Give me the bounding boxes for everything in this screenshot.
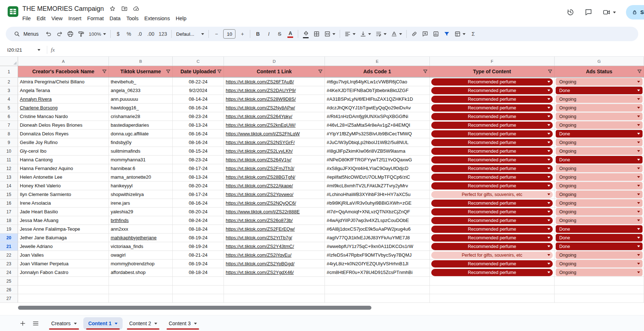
filter-icon[interactable]	[637, 69, 642, 74]
empty-cell[interactable]	[555, 286, 644, 294]
all-sheets-button[interactable]	[30, 317, 42, 330]
header-cell[interactable]: Type of Content	[430, 66, 555, 78]
header-cell[interactable]: Content 1 Link	[224, 66, 325, 78]
cell-ads-code[interactable]: #4KeXJDTEIFNBaObTjtbebnkBktJZGF	[325, 86, 430, 95]
sheet-tab-content-3[interactable]: Content 3	[164, 317, 202, 330]
cell-creator-name[interactable]: Charlene Borsong	[18, 104, 109, 112]
menu-data[interactable]: Data	[107, 15, 124, 22]
cell-tiktok-username[interactable]: mommyjhotrendzhop	[109, 260, 173, 268]
row-number[interactable]: 26	[0, 286, 18, 294]
cell-creator-name[interactable]: Jewelle Adriano	[18, 242, 109, 251]
insert-chart-button[interactable]	[431, 29, 441, 39]
content-link[interactable]: https://vt.tiktok.com/ZS2YtTb7g/	[226, 235, 292, 240]
zoom-select[interactable]: 100%	[87, 29, 108, 39]
content-link[interactable]: https://vt.tiktok.com/ZS2knEqUW/	[226, 122, 296, 128]
ads-status-dropdown[interactable]: Done	[556, 225, 643, 233]
filter-icon[interactable]	[102, 69, 107, 74]
row-number[interactable]: 20	[0, 234, 18, 242]
insert-link-button[interactable]	[409, 29, 419, 39]
cell-tiktok-username[interactable]: bastediaperdiaries	[109, 121, 173, 130]
type-of-content-dropdown[interactable]: Recommended perfume	[431, 234, 553, 241]
italic-button[interactable]: I	[264, 29, 274, 39]
cell-creator-name[interactable]: Cristine Mancao Nardo	[18, 112, 109, 121]
row-number[interactable]: 19	[0, 225, 18, 234]
content-link[interactable]: https://vt.tiktok.com/ZS26FTAuB/	[226, 79, 294, 84]
type-of-content-dropdown[interactable]: Recommended perfume	[431, 269, 553, 276]
type-of-content-dropdown[interactable]: Recommended perfume	[431, 217, 553, 224]
cell-ads-code[interactable]: #agIV77QJt1kfxEJJ6J83YFkAuYME7J8	[325, 234, 430, 242]
menus-button[interactable]: Menus	[9, 29, 43, 39]
cell-content-link[interactable]: https://vt.tiktok.com/ZS28BGTgN/	[224, 173, 325, 182]
type-of-content-dropdown[interactable]: Recommended perfume	[431, 130, 553, 138]
cell-content-link[interactable]: https://vt.tiktok.com/ZS2FmJTh3/	[224, 164, 325, 173]
content-link[interactable]: https://vt.tiktok.com/ZS2FErEQw/	[226, 226, 295, 232]
type-of-content-dropdown[interactable]: Recommended perfume	[431, 174, 553, 181]
content-link[interactable]: https://vt.tiktok.com/ZS28W9D8S/	[226, 96, 296, 102]
row-number[interactable]: 7	[0, 121, 18, 130]
font-family-select[interactable]: Defaul...	[174, 29, 206, 39]
type-of-content-dropdown[interactable]: Recommended perfume	[431, 139, 553, 146]
empty-cell[interactable]	[109, 277, 173, 286]
bold-button[interactable]: B	[253, 29, 263, 39]
row-number[interactable]: 4	[0, 95, 18, 104]
empty-cell[interactable]	[109, 286, 173, 294]
cell-ads-code[interactable]: #YlpY1fBZyMPs32SBIvUb9BiCecTMWQ	[325, 130, 430, 138]
content-link[interactable]: https://www.tiktok.com/t/ZS2FhLqW	[226, 131, 300, 136]
cell-date-uploaded[interactable]: 08-20-24	[173, 208, 224, 216]
row-number[interactable]: 25	[0, 277, 18, 286]
font-size-input[interactable]: 10	[223, 29, 235, 39]
cell-content-link[interactable]: https://vt.tiktok.com/ZS2NSYGrF/	[224, 138, 325, 147]
cell-tiktok-username[interactable]: irene.jars	[109, 199, 173, 208]
content-link[interactable]: https://vt.tiktok.com/ZS2YpBGgd/	[226, 261, 295, 266]
cell-tiktok-username[interactable]: angela_06233	[109, 86, 173, 95]
row-number[interactable]: 24	[0, 268, 18, 277]
row-number[interactable]: 6	[0, 112, 18, 121]
content-link[interactable]: https://vt.tiktok.com/ZS22Akape/	[226, 183, 293, 188]
type-of-content-dropdown[interactable]: Recommended perfume	[431, 208, 553, 215]
cell-date-uploaded[interactable]: 08-24-24	[173, 216, 224, 225]
insert-comment-button[interactable]	[420, 29, 430, 39]
cell-creator-name[interactable]: Irene Arsolacia	[18, 199, 109, 208]
ads-status-dropdown[interactable]: Done	[556, 234, 643, 241]
sheets-logo-icon[interactable]	[7, 6, 19, 17]
header-cell[interactable]: Date Uploaded	[173, 66, 224, 78]
cell-date-uploaded[interactable]: 08-18-24	[173, 225, 224, 234]
filter-icon[interactable]	[547, 69, 553, 74]
cell-tiktok-username[interactable]: findsbyj0y	[109, 138, 173, 147]
type-of-content-dropdown[interactable]: Recommended perfume	[431, 156, 553, 164]
content-link[interactable]: https://vt.tiktok.com/ZS2Ypvweo/	[226, 192, 294, 197]
cell-content-link[interactable]: https://www.tiktok.com/t/ZS2FhLqW	[224, 130, 325, 138]
cell-content-link[interactable]: https://vt.tiktok.com/ZS2FErEQw/	[224, 225, 325, 234]
row-number[interactable]: 23	[0, 260, 18, 268]
cell-creator-name[interactable]: Donnaliza Delos Reyes	[18, 130, 109, 138]
cell-date-uploaded[interactable]: 08-19-24	[173, 234, 224, 242]
cell-creator-name[interactable]: Joan Villamer Perpetua	[18, 260, 109, 268]
horizontal-scrollbar[interactable]	[18, 306, 371, 310]
cell-date-uploaded[interactable]: 08-20-24	[173, 182, 224, 190]
cell-ads-code[interactable]: #6Al8j1doxCS7jocE9k5uAaPW2jxug4u6	[325, 225, 430, 234]
cell-date-uploaded[interactable]: 08-13-24	[173, 173, 224, 182]
empty-cell[interactable]	[18, 294, 109, 303]
cell-tiktok-username[interactable]: hannibear.6	[109, 164, 173, 173]
text-wrap-button[interactable]	[374, 29, 388, 39]
comments-icon[interactable]	[585, 8, 592, 16]
meet-button[interactable]	[603, 8, 616, 16]
menu-view[interactable]: View	[48, 15, 65, 22]
type-of-content-dropdown[interactable]: Recommended perfume	[431, 182, 553, 190]
content-link[interactable]: https://www.tiktok.com/t/ZS22r888E	[226, 209, 300, 214]
ads-status-dropdown[interactable]: Ongoing	[556, 147, 643, 155]
move-folder-icon[interactable]	[121, 5, 128, 12]
cell-content-link[interactable]: https://vt.tiktok.com/ZS264V1jy/	[224, 156, 325, 164]
cell-ads-code[interactable]: #4ryL8iz+k0N2GfYEZQUIyVSHrhnB1Jl	[325, 260, 430, 268]
cell-date-uploaded[interactable]: 08-17-24	[173, 164, 224, 173]
header-cell[interactable]: Ads Code 1	[325, 66, 430, 78]
cell-content-link[interactable]: https://vt.tiktok.com/ZS2knEqUW/	[224, 121, 325, 130]
empty-cell[interactable]	[325, 286, 430, 294]
cell-content-link[interactable]: https://vt.tiktok.com/ZS26o873b/	[224, 216, 325, 225]
ads-status-dropdown[interactable]: Ongoing	[556, 199, 643, 207]
cell-creator-name[interactable]: Honey Kheil Valerio	[18, 182, 109, 190]
redo-button[interactable]	[54, 29, 65, 39]
cell-date-uploaded[interactable]: 08-16-24	[173, 138, 224, 147]
row-number[interactable]: 18	[0, 216, 18, 225]
cell-date-uploaded[interactable]: 08-18-24	[173, 268, 224, 277]
